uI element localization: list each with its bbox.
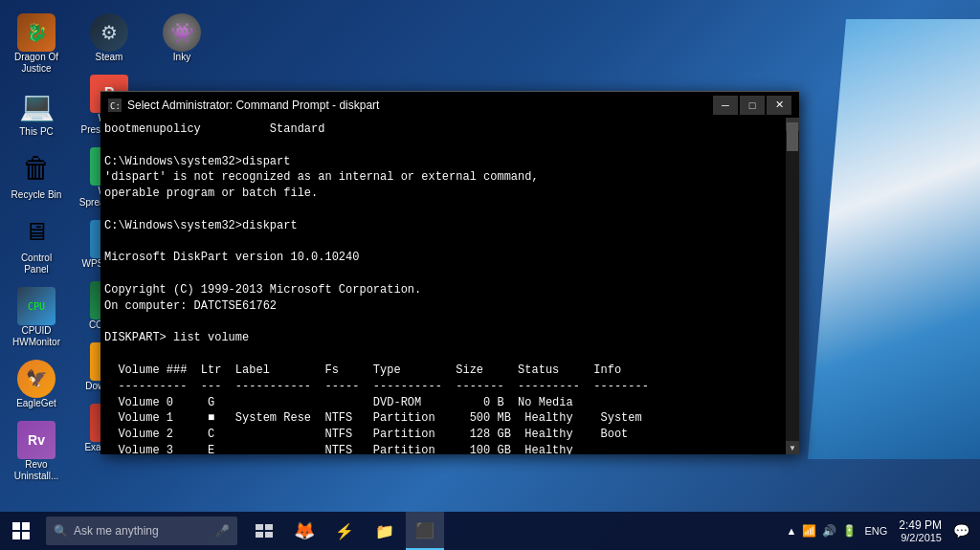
this-pc-label: This PC [19,126,54,138]
start-button[interactable] [0,512,42,550]
search-icon: 🔍 [54,524,68,538]
revo-label: RevoUninstall... [14,459,59,482]
cmd-scrollbar[interactable]: ▲ ▼ [786,118,799,454]
taskbar-explorer-button[interactable]: 📁 [366,512,404,550]
notification-button[interactable]: 💬 [949,512,972,550]
taskbar-ftp-button[interactable]: ⚡ [325,512,364,550]
control-panel-label: ControlPanel [21,253,52,275]
cmd-maximize-button[interactable]: □ [740,96,765,115]
cmd-content: bootmenupolicy Standard C:\Windows\syste… [100,118,786,454]
inky-label: Inky [173,52,190,63]
svg-rect-5 [265,532,273,538]
svg-rect-4 [256,532,263,538]
steam-label: Steam [96,52,123,63]
clock-time: 2:49 PM [899,518,942,532]
desktop-icon-eagleget[interactable]: 🦅 EagleGet [2,354,71,415]
desktop-icon-control-panel[interactable]: 🖥 ControlPanel [2,207,71,281]
language-indicator: ENG [860,525,891,537]
notification-icon: 💬 [953,523,969,539]
clock-area[interactable]: 2:49 PM 9/2/2015 [895,518,946,543]
desktop-icon-recycle-bin[interactable]: 🗑 Recycle Bin [2,143,71,207]
desktop-icon-revo-uninstall[interactable]: Rv RevoUninstall... [2,415,71,488]
taskbar-task-view-button[interactable] [245,512,283,550]
clock-date: 9/2/2015 [901,532,942,543]
cmd-body[interactable]: bootmenupolicy Standard C:\Windows\syste… [100,118,799,454]
cmd-titlebar: C: Select Administrator: Command Prompt … [100,91,799,118]
svg-text:C:: C: [110,101,121,111]
inky-icon: 👾 [163,13,201,52]
cmd-prompt-window: C: Select Administrator: Command Prompt … [100,91,799,454]
control-panel-icon: 🖥 [17,212,56,251]
cmd-app-icon: C: [108,99,122,112]
this-pc-icon: 💻 [17,86,56,124]
cpuid-icon: CPU [17,287,56,325]
desktop-icon-cpuid[interactable]: CPU CPUIDHWMonitor [2,281,71,354]
windows-graphic [808,0,980,473]
chevron-up-icon[interactable]: ▲ [787,525,797,537]
windows-logo-icon [12,522,30,539]
cmd-scroll-down[interactable]: ▼ [786,441,799,454]
eagleget-label: EagleGet [16,398,56,409]
system-tray-icons: ▲ 📶 🔊 🔋 [787,524,858,538]
cmd-minimize-button[interactable]: ─ [713,96,738,115]
cpuid-label: CPUIDHWMonitor [12,325,60,348]
taskbar-right: ▲ 📶 🔊 🔋 ENG 2:49 PM 9/2/2015 💬 [779,512,980,550]
taskbar: 🔍 Ask me anything 🎤 🦊 ⚡ 📁 ⬛ ▲ [0,512,980,550]
eagleget-icon: 🦅 [17,360,56,398]
steam-icon: ⚙ [90,13,128,52]
cmd-close-button[interactable]: ✕ [767,96,791,115]
recycle-bin-icon: 🗑 [17,149,56,187]
volume-icon: 🔊 [822,524,836,538]
taskbar-cmd-button[interactable]: ⬛ [406,512,444,550]
desktop-icon-this-pc[interactable]: 💻 This PC [2,80,71,143]
cmd-title-controls: ─ □ ✕ [713,96,791,115]
desktop-icon-col-1: 🐉 Dragon OfJustice 💻 This PC 🗑 Recycle B… [0,0,73,495]
desktop: 🐉 Dragon OfJustice 💻 This PC 🗑 Recycle B… [0,0,980,550]
dragon-of-justice-icon: 🐉 [17,13,56,52]
desktop-icon-steam[interactable]: ⚙ Steam [75,8,144,69]
desktop-icon-dragon-of-justice[interactable]: 🐉 Dragon OfJustice [2,8,71,80]
recycle-bin-label: Recycle Bin [11,189,62,201]
taskbar-firefox-button[interactable]: 🦊 [285,512,323,550]
dragon-of-justice-label: Dragon OfJustice [14,52,58,75]
svg-rect-3 [265,524,273,530]
cmd-scrollbar-thumb[interactable] [787,122,798,151]
revo-icon: Rv [17,421,56,459]
desktop-icon-inky[interactable]: 👾 Inky [147,8,216,69]
cmd-title-text: Select Administrator: Command Prompt - d… [127,99,379,112]
battery-icon: 🔋 [842,524,857,538]
network-icon: 📶 [802,524,816,538]
cmd-title-left: C: Select Administrator: Command Prompt … [108,99,379,112]
svg-rect-2 [256,524,263,530]
taskbar-apps: 🦊 ⚡ 📁 ⬛ [241,512,779,550]
search-placeholder-text: Ask me anything [74,524,159,538]
microphone-icon: 🎤 [215,524,230,538]
search-bar[interactable]: 🔍 Ask me anything 🎤 [46,517,237,545]
